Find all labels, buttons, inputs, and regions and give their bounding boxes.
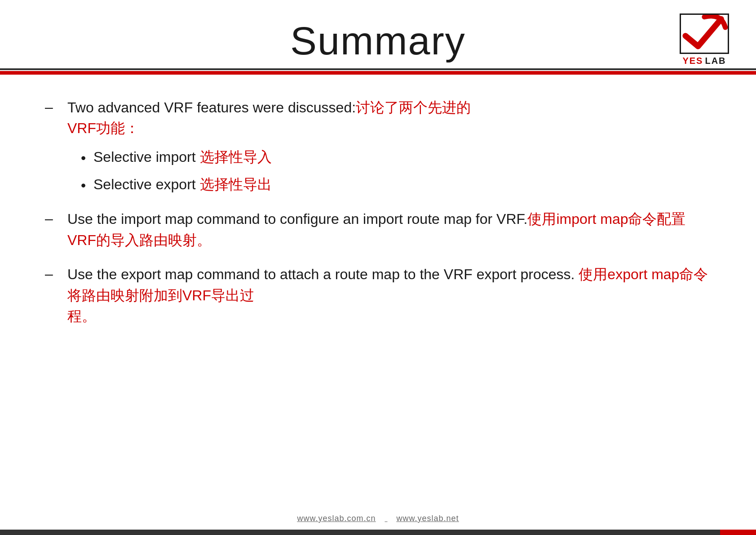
logo-lab: LAB [705,56,726,66]
bullet-3-red: 使用export map命令将路由映射附加到VRF导出过程。 [67,266,708,324]
dash-1: – [45,98,58,117]
bullet-item-3: – Use the export map command to attach a… [45,264,711,326]
bullet-1-content: Two advanced VRF features were discussed… [67,97,471,195]
slide: Summary YES LAB – [0,0,756,535]
logo-yes: YES [682,56,703,66]
footer-links: www.yeslab.com.cn www.yeslab.net [288,508,468,530]
header: Summary YES LAB [0,0,756,68]
bullet-2-red: 使用import map命令配置VRF的导入路由映射。 [67,211,685,248]
bullet-2-text: Use the import map command to configure … [67,209,711,250]
sub-bullets-1: • Selective import 选择性导入 • Selective exp… [81,147,471,196]
separator-dark [0,68,756,70]
footer-link-2[interactable]: www.yeslab.net [397,514,459,523]
sub-bullet-text-1a: Selective import 选择性导入 [93,147,272,167]
bullet-item-2: – Use the import map command to configur… [45,209,711,250]
sub-bullet-1b: • Selective export 选择性导出 [81,174,471,196]
page-title: Summary [290,18,466,64]
sub-bullet-text-1b: Selective export 选择性导出 [93,174,272,195]
bullet-item-1: – Two advanced VRF features were discuss… [45,97,711,195]
footer: www.yeslab.com.cn www.yeslab.net [0,508,756,535]
sub-bullet-dot-1b: • [81,175,86,196]
sub-bullet-1a: • Selective import 选择性导入 [81,147,471,168]
sub-bullet-red-1a: 选择性导入 [200,149,272,165]
footer-bar-dark [0,530,720,535]
bullet-3-text: Use the export map command to attach a r… [67,264,711,326]
sub-bullet-dot-1a: • [81,148,86,168]
footer-link-1[interactable]: www.yeslab.com.cn [297,514,376,523]
separator-red [0,71,756,75]
yeslab-logo: YES LAB [680,13,729,66]
bullet-1-red: 讨论了两个先进的VRF功能： [67,99,471,136]
logo-box [680,13,729,54]
logo-text: YES LAB [682,56,726,66]
dash-3: – [45,265,58,284]
sub-bullet-red-1b: 选择性导出 [200,176,272,192]
dash-2: – [45,210,58,228]
footer-bar [0,530,756,535]
content-area: – Two advanced VRF features were discuss… [0,75,756,508]
logo-checkmark-svg [681,15,728,53]
bullet-1-text: Two advanced VRF features were discussed… [67,97,471,139]
footer-bar-red [720,530,756,535]
